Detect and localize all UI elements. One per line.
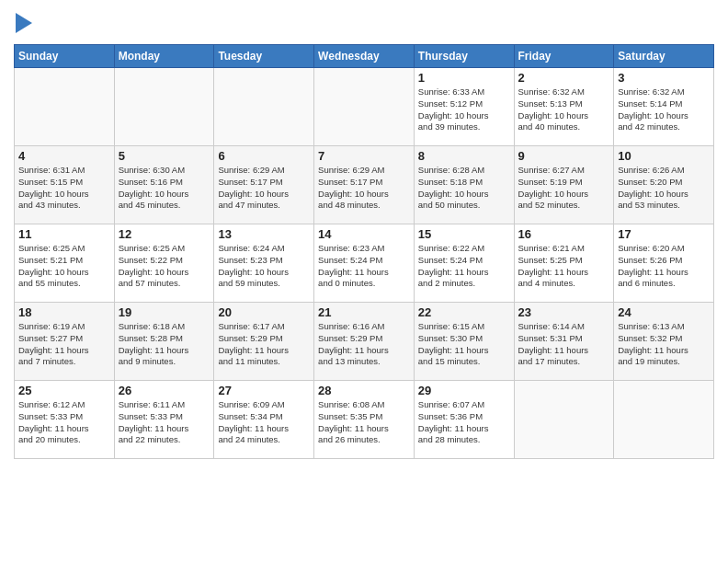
cell-info: Sunrise: 6:32 AM Sunset: 5:13 PM Dayligh… <box>518 86 610 133</box>
week-row-1: 1Sunrise: 6:33 AM Sunset: 5:12 PM Daylig… <box>15 68 714 146</box>
day-number: 9 <box>518 149 610 163</box>
day-cell: 24Sunrise: 6:13 AM Sunset: 5:32 PM Dayli… <box>614 303 714 381</box>
cell-info: Sunrise: 6:09 AM Sunset: 5:34 PM Dayligh… <box>218 399 310 446</box>
header-cell-wednesday: Wednesday <box>314 45 415 68</box>
day-number: 12 <box>119 227 210 241</box>
day-number: 7 <box>318 149 410 163</box>
day-cell: 25Sunrise: 6:12 AM Sunset: 5:33 PM Dayli… <box>15 381 115 459</box>
week-row-5: 25Sunrise: 6:12 AM Sunset: 5:33 PM Dayli… <box>15 381 714 459</box>
day-number: 16 <box>518 227 610 241</box>
cell-info: Sunrise: 6:25 AM Sunset: 5:21 PM Dayligh… <box>18 243 110 290</box>
day-number: 2 <box>518 71 610 85</box>
cell-info: Sunrise: 6:32 AM Sunset: 5:14 PM Dayligh… <box>618 86 710 133</box>
day-cell <box>614 381 714 459</box>
logo-arrow-icon <box>16 13 32 33</box>
cell-info: Sunrise: 6:33 AM Sunset: 5:12 PM Dayligh… <box>418 86 510 133</box>
day-number: 13 <box>218 227 310 241</box>
header-cell-friday: Friday <box>514 45 614 68</box>
header-cell-thursday: Thursday <box>414 45 514 68</box>
day-cell: 23Sunrise: 6:14 AM Sunset: 5:31 PM Dayli… <box>514 303 614 381</box>
day-number: 22 <box>418 305 510 319</box>
cell-info: Sunrise: 6:25 AM Sunset: 5:22 PM Dayligh… <box>119 243 210 290</box>
cell-info: Sunrise: 6:19 AM Sunset: 5:27 PM Dayligh… <box>18 321 110 368</box>
day-number: 4 <box>18 149 110 163</box>
cell-info: Sunrise: 6:22 AM Sunset: 5:24 PM Dayligh… <box>418 243 510 290</box>
day-cell: 2Sunrise: 6:32 AM Sunset: 5:13 PM Daylig… <box>514 68 614 146</box>
header-row: SundayMondayTuesdayWednesdayThursdayFrid… <box>15 45 714 68</box>
day-number: 19 <box>119 305 210 319</box>
day-cell: 5Sunrise: 6:30 AM Sunset: 5:16 PM Daylig… <box>114 146 214 224</box>
day-cell: 4Sunrise: 6:31 AM Sunset: 5:15 PM Daylig… <box>15 146 115 224</box>
day-cell: 14Sunrise: 6:23 AM Sunset: 5:24 PM Dayli… <box>314 224 415 303</box>
week-row-3: 11Sunrise: 6:25 AM Sunset: 5:21 PM Dayli… <box>15 224 714 303</box>
cell-info: Sunrise: 6:23 AM Sunset: 5:24 PM Dayligh… <box>318 243 410 290</box>
day-cell <box>314 68 415 146</box>
cell-info: Sunrise: 6:31 AM Sunset: 5:15 PM Dayligh… <box>18 165 110 212</box>
day-number: 17 <box>618 227 710 241</box>
cell-info: Sunrise: 6:26 AM Sunset: 5:20 PM Dayligh… <box>618 165 710 212</box>
cell-info: Sunrise: 6:24 AM Sunset: 5:23 PM Dayligh… <box>218 243 310 290</box>
day-cell: 29Sunrise: 6:07 AM Sunset: 5:36 PM Dayli… <box>414 381 514 459</box>
day-number: 27 <box>218 384 310 397</box>
calendar-table: SundayMondayTuesdayWednesdayThursdayFrid… <box>14 44 714 459</box>
day-cell: 16Sunrise: 6:21 AM Sunset: 5:25 PM Dayli… <box>514 224 614 303</box>
cell-info: Sunrise: 6:15 AM Sunset: 5:30 PM Dayligh… <box>418 321 510 368</box>
week-row-4: 18Sunrise: 6:19 AM Sunset: 5:27 PM Dayli… <box>15 303 714 381</box>
day-number: 14 <box>318 227 410 241</box>
day-cell: 3Sunrise: 6:32 AM Sunset: 5:14 PM Daylig… <box>614 68 714 146</box>
day-cell: 7Sunrise: 6:29 AM Sunset: 5:17 PM Daylig… <box>314 146 415 224</box>
day-number: 5 <box>119 149 210 163</box>
day-number: 23 <box>518 305 610 319</box>
day-cell: 21Sunrise: 6:16 AM Sunset: 5:29 PM Dayli… <box>314 303 415 381</box>
header <box>14 9 714 37</box>
cell-info: Sunrise: 6:14 AM Sunset: 5:31 PM Dayligh… <box>518 321 610 368</box>
day-cell: 22Sunrise: 6:15 AM Sunset: 5:30 PM Dayli… <box>414 303 514 381</box>
day-number: 1 <box>418 71 510 85</box>
cell-info: Sunrise: 6:29 AM Sunset: 5:17 PM Dayligh… <box>318 165 410 212</box>
header-cell-sunday: Sunday <box>15 45 115 68</box>
header-cell-monday: Monday <box>114 45 214 68</box>
day-cell: 15Sunrise: 6:22 AM Sunset: 5:24 PM Dayli… <box>414 224 514 303</box>
day-number: 25 <box>18 384 110 397</box>
day-cell <box>214 68 314 146</box>
day-cell: 9Sunrise: 6:27 AM Sunset: 5:19 PM Daylig… <box>514 146 614 224</box>
page-container: SundayMondayTuesdayWednesdayThursdayFrid… <box>0 0 728 464</box>
day-cell <box>514 381 614 459</box>
day-number: 8 <box>418 149 510 163</box>
day-cell: 18Sunrise: 6:19 AM Sunset: 5:27 PM Dayli… <box>15 303 115 381</box>
day-cell: 19Sunrise: 6:18 AM Sunset: 5:28 PM Dayli… <box>114 303 214 381</box>
day-cell <box>114 68 214 146</box>
header-cell-saturday: Saturday <box>614 45 714 68</box>
day-number: 10 <box>618 149 710 163</box>
cell-info: Sunrise: 6:11 AM Sunset: 5:33 PM Dayligh… <box>119 399 210 446</box>
day-cell: 8Sunrise: 6:28 AM Sunset: 5:18 PM Daylig… <box>414 146 514 224</box>
cell-info: Sunrise: 6:07 AM Sunset: 5:36 PM Dayligh… <box>418 399 510 446</box>
day-cell: 1Sunrise: 6:33 AM Sunset: 5:12 PM Daylig… <box>414 68 514 146</box>
cell-info: Sunrise: 6:16 AM Sunset: 5:29 PM Dayligh… <box>318 321 410 368</box>
day-number: 20 <box>218 305 310 319</box>
day-number: 18 <box>18 305 110 319</box>
day-number: 26 <box>119 384 210 397</box>
day-cell: 11Sunrise: 6:25 AM Sunset: 5:21 PM Dayli… <box>15 224 115 303</box>
day-number: 29 <box>418 384 510 397</box>
day-number: 24 <box>618 305 710 319</box>
day-cell: 6Sunrise: 6:29 AM Sunset: 5:17 PM Daylig… <box>214 146 314 224</box>
cell-info: Sunrise: 6:13 AM Sunset: 5:32 PM Dayligh… <box>618 321 710 368</box>
cell-info: Sunrise: 6:17 AM Sunset: 5:29 PM Dayligh… <box>218 321 310 368</box>
day-number: 11 <box>18 227 110 241</box>
day-number: 21 <box>318 305 410 319</box>
day-number: 15 <box>418 227 510 241</box>
svg-marker-0 <box>16 13 32 33</box>
day-cell: 26Sunrise: 6:11 AM Sunset: 5:33 PM Dayli… <box>114 381 214 459</box>
day-cell: 10Sunrise: 6:26 AM Sunset: 5:20 PM Dayli… <box>614 146 714 224</box>
day-cell: 27Sunrise: 6:09 AM Sunset: 5:34 PM Dayli… <box>214 381 314 459</box>
day-number: 6 <box>218 149 310 163</box>
day-cell: 20Sunrise: 6:17 AM Sunset: 5:29 PM Dayli… <box>214 303 314 381</box>
cell-info: Sunrise: 6:20 AM Sunset: 5:26 PM Dayligh… <box>618 243 710 290</box>
day-cell: 12Sunrise: 6:25 AM Sunset: 5:22 PM Dayli… <box>114 224 214 303</box>
day-number: 28 <box>318 384 410 397</box>
day-cell: 13Sunrise: 6:24 AM Sunset: 5:23 PM Dayli… <box>214 224 314 303</box>
week-row-2: 4Sunrise: 6:31 AM Sunset: 5:15 PM Daylig… <box>15 146 714 224</box>
day-number: 3 <box>618 71 710 85</box>
day-cell <box>15 68 115 146</box>
